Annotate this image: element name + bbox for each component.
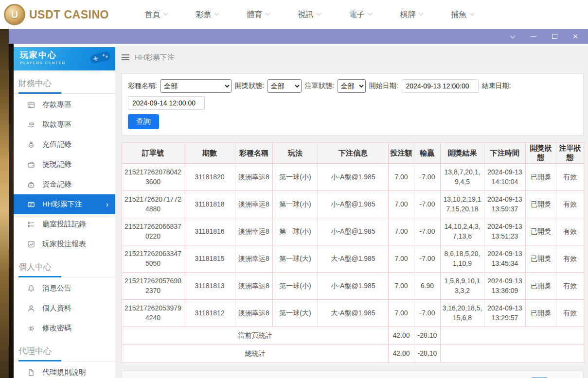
col-order-status: 注單狀態 <box>556 143 584 164</box>
sidebar-item-player-report[interactable]: 玩家投注報表 <box>14 234 115 254</box>
sidebar: 玩家中心 PLAYERS CENTER 財務中心 <box>14 44 115 378</box>
section-divider <box>14 92 115 94</box>
report-chart-icon <box>27 241 35 248</box>
section-title-personal: 個人中心 <box>14 254 115 276</box>
checklist-icon <box>27 221 35 228</box>
nav-item-fishing[interactable]: 捕魚 <box>437 10 488 20</box>
close-icon[interactable]: × <box>571 33 579 40</box>
order-status-label: 注單狀態: <box>305 82 334 90</box>
page-summary-label: 當前頁統計 <box>122 327 389 345</box>
table-row: 2152172620539794240 31181812 澳洲幸运8 第一球(大… <box>122 300 584 327</box>
table-header-row: 訂單號 期數 彩種名稱 玩法 下注信息 投注額 輸贏 開獎結果 下注時間 開獎狀… <box>122 143 584 164</box>
sidebar-item-funds-record[interactable]: 資金記錄 <box>14 174 115 194</box>
nav-item-slots[interactable]: 電子 <box>335 10 386 20</box>
col-lottery: 彩種名稱 <box>235 143 273 164</box>
table-row: 2152172620576902370 31181813 澳洲幸运8 第一球(小… <box>122 273 584 300</box>
nav-item-live[interactable]: 視訊 <box>284 10 335 20</box>
table-row: 2152172620780423600 31181820 澳洲幸运8 第一球(小… <box>122 164 584 191</box>
page-background <box>0 29 9 378</box>
pagination-bar: 每頁顯示20條 共6条 首页 上一页 [1] 下一页 第 页 跳转 <box>122 371 584 378</box>
lottery-select[interactable]: 全部 <box>160 79 232 93</box>
menu-icon[interactable] <box>122 54 129 60</box>
money-bag-icon <box>27 141 35 149</box>
sidebar-item-change-password[interactable]: 修改密碼 <box>14 318 115 338</box>
table-row: 2152172620717724880 31181818 澳洲幸运8 第一球(小… <box>122 191 584 218</box>
col-play: 玩法 <box>273 143 318 164</box>
chevron-down-icon <box>469 11 474 16</box>
col-draw-result: 開獎結果 <box>441 143 484 164</box>
sidebar-section-finance: 財務中心 存款專區 取款專區 充值記錄 <box>14 70 115 254</box>
sidebar-item-agent-rules[interactable]: 代理規則說明 <box>14 362 115 378</box>
section-divider <box>14 276 115 277</box>
window-titlebar: × <box>9 29 588 44</box>
page-title: HH彩票下注 <box>135 53 175 62</box>
sidebar-item-hall-bet-record[interactable]: 廳室投註記錄 <box>14 214 115 234</box>
col-bet-info: 下注信息 <box>318 143 389 164</box>
draw-status-select[interactable]: 全部 <box>267 79 302 93</box>
start-date-input[interactable] <box>402 79 479 93</box>
window-body: 玩家中心 PLAYERS CENTER 財務中心 <box>9 44 588 378</box>
page-summary-row: 當前頁統計 42.00 -28.10 <box>122 327 584 345</box>
section-divider <box>14 360 115 361</box>
brand-logo[interactable]: U USDT CASINO <box>0 4 113 25</box>
total-summary-row: 總統計 42.00 -28.10 <box>122 345 584 363</box>
logo-coin-icon: U <box>4 4 25 25</box>
chevron-down-icon <box>265 11 270 16</box>
total-summary-label: 總統計 <box>122 345 389 363</box>
chevron-down-icon <box>418 11 423 16</box>
main-content: HH彩票下注 彩種名稱: 全部 開獎狀態: 全部 注單狀態: 全部 開始日期: … <box>115 44 588 378</box>
sidebar-item-profile[interactable]: 個人資料 <box>14 298 115 318</box>
sidebar-item-announcements[interactable]: 消息公告 <box>14 278 115 298</box>
nav-item-lottery[interactable]: 彩票 <box>181 10 232 20</box>
minimize-icon[interactable] <box>530 33 537 40</box>
end-date-input[interactable] <box>128 96 205 110</box>
top-navbar: U USDT CASINO 首頁 彩票 體育 視訊 電子 棋牌 捕魚 <box>0 0 588 29</box>
person-icon <box>27 305 35 312</box>
sidebar-item-withdraw[interactable]: 取款專區 <box>14 115 115 135</box>
nav-item-home[interactable]: 首頁 <box>130 10 181 20</box>
section-title-finance: 財務中心 <box>14 70 115 92</box>
sidebar-section-personal: 個人中心 消息公告 個人資料 修改密碼 <box>14 254 115 338</box>
document-icon <box>27 369 35 377</box>
gear-icon <box>27 325 35 332</box>
screen: U USDT CASINO 首頁 彩票 體育 視訊 電子 棋牌 捕魚 × 玩家中… <box>0 0 588 378</box>
chevron-down-icon <box>367 11 372 16</box>
col-winloss: 輸贏 <box>414 143 441 164</box>
end-date-label: 結束日期: <box>482 82 511 90</box>
bell-icon <box>27 285 35 292</box>
nav-item-sports[interactable]: 體育 <box>232 10 284 20</box>
draw-status-label: 開獎狀態: <box>235 82 264 90</box>
deposit-card-icon <box>27 101 35 109</box>
chevron-down-icon <box>163 11 168 16</box>
chevron-down-icon <box>214 11 219 16</box>
sidebar-header: 玩家中心 PLAYERS CENTER <box>14 47 115 70</box>
nav-item-cards[interactable]: 棋牌 <box>386 10 437 20</box>
player-center-window: × 玩家中心 PLAYERS CENTER 財務中心 <box>9 29 588 378</box>
start-date-label: 開始日期: <box>369 82 398 90</box>
col-bet-time: 下注時間 <box>484 143 526 164</box>
collapse-icon[interactable] <box>509 33 517 40</box>
chevron-right-icon: › <box>106 201 108 208</box>
sidebar-item-recharge-record[interactable]: 充值記錄 <box>14 135 115 155</box>
brand-text: USDT CASINO <box>29 8 109 21</box>
content-header: HH彩票下注 <box>122 51 584 64</box>
section-title-agent: 代理中心 <box>14 338 115 360</box>
sidebar-item-hh-lottery-bets[interactable]: HH彩票下注 › <box>14 194 115 214</box>
main-menu: 首頁 彩票 體育 視訊 電子 棋牌 捕魚 <box>130 10 488 20</box>
order-status-select[interactable]: 全部 <box>338 79 366 93</box>
withdraw-hand-icon <box>27 121 35 129</box>
col-bet-amount: 投注額 <box>389 143 414 164</box>
bet-table: 訂單號 期數 彩種名稱 玩法 下注信息 投注額 輸贏 開獎結果 下注時間 開獎狀… <box>122 142 584 363</box>
col-order-no: 訂單號 <box>122 143 184 164</box>
col-draw-status: 開獎狀態 <box>526 143 556 164</box>
chevron-down-icon <box>316 11 321 16</box>
maximize-icon[interactable] <box>551 33 558 40</box>
wallet-icon <box>27 161 35 169</box>
sidebar-item-withdraw-record[interactable]: 提現記錄 <box>14 155 115 174</box>
search-button[interactable]: 查詢 <box>128 114 159 129</box>
sidebar-item-deposit[interactable]: 存款專區 <box>14 95 115 115</box>
lottery-select-label: 彩種名稱: <box>128 82 157 90</box>
bet-list-icon <box>27 201 35 208</box>
purse-icon <box>27 181 35 189</box>
col-period: 期數 <box>184 143 235 164</box>
